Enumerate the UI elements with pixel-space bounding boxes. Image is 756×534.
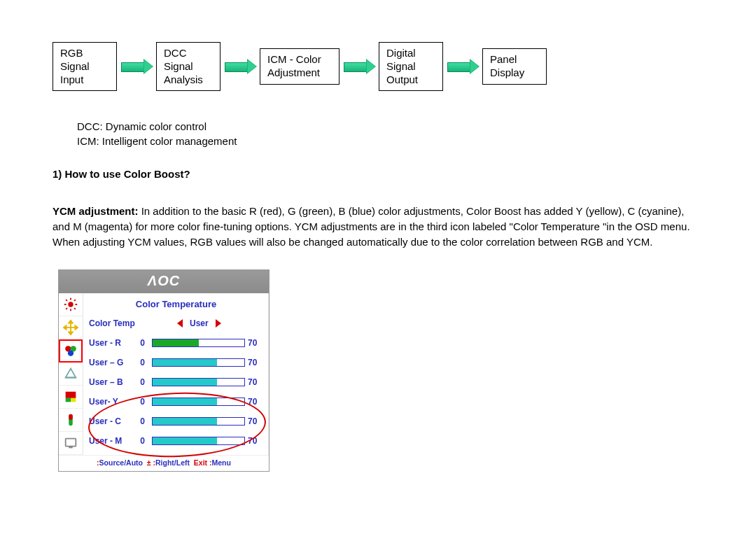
- slider-max: 70: [248, 416, 263, 426]
- svg-marker-14: [75, 325, 78, 330]
- slider-min: 0: [135, 416, 145, 426]
- footer-key: ± :: [147, 458, 155, 467]
- brightness-icon[interactable]: [59, 293, 83, 316]
- footer-val: Source/Auto: [99, 458, 143, 467]
- note-dcc: DCC: Dynamic color control: [77, 119, 704, 134]
- svg-rect-23: [66, 438, 76, 446]
- slider-track[interactable]: [152, 437, 245, 445]
- acronym-notes: DCC: Dynamic color control ICM: Intellig…: [77, 119, 704, 148]
- arrow-icon: [342, 59, 376, 74]
- svg-line-8: [74, 300, 76, 301]
- arrow-icon: [446, 59, 479, 74]
- left-arrow-icon[interactable]: [177, 319, 183, 328]
- flow-box-label: RGBSignalInput: [60, 47, 90, 85]
- svg-marker-12: [69, 332, 73, 335]
- footer-val: Menu: [212, 458, 231, 467]
- signal-flow-diagram: RGBSignalInput DCCSignalAnalysis ICM - C…: [52, 42, 704, 91]
- svg-rect-19: [66, 398, 71, 402]
- osd-slider-row[interactable]: User – B070: [89, 372, 263, 392]
- osd-slider-row[interactable]: User- Y070: [89, 392, 263, 412]
- osd-footer: :Source/Auto ± :Right/Left Exit :Menu: [59, 455, 269, 471]
- footer-val: Right/Left: [155, 458, 190, 467]
- slider-label: User - M: [89, 436, 135, 446]
- picture-boost-icon[interactable]: [59, 386, 83, 409]
- arrow-icon: [120, 59, 153, 74]
- para-lead: YCM adjustment:: [52, 205, 139, 217]
- svg-marker-13: [64, 325, 66, 330]
- slider-track[interactable]: [152, 417, 245, 426]
- arrow-icon: [223, 59, 257, 74]
- para-body: In addition to the basic R (red), G (gre…: [52, 205, 690, 248]
- osd-panel: ΛOC: [58, 269, 270, 472]
- color-boost-icon[interactable]: [59, 363, 83, 386]
- slider-track[interactable]: [152, 398, 245, 406]
- osd-slider-row[interactable]: User - M070: [89, 431, 263, 451]
- slider-min: 0: [135, 377, 145, 387]
- slider-track[interactable]: [152, 339, 245, 347]
- note-icm: ICM: Intelligent color management: [77, 134, 704, 148]
- osd-slider-row[interactable]: User - C070: [89, 412, 263, 431]
- slider-label: User - C: [89, 416, 135, 426]
- slider-track[interactable]: [152, 358, 245, 367]
- svg-line-6: [74, 308, 76, 309]
- svg-line-7: [66, 308, 67, 309]
- svg-point-17: [68, 350, 74, 356]
- osd-mode-row[interactable]: Color Temp User: [89, 314, 263, 333]
- osd-mode-label: Color Temp: [89, 318, 135, 328]
- svg-line-5: [66, 300, 67, 301]
- flow-box-label: PanelDisplay: [490, 53, 524, 78]
- flow-box-label: ICM - ColorAdjustment: [267, 53, 321, 78]
- slider-label: User – B: [89, 377, 135, 387]
- slider-min: 0: [135, 436, 145, 446]
- osd-mode-value: User: [190, 318, 209, 328]
- flow-box-icm: ICM - ColorAdjustment: [260, 48, 340, 85]
- footer-key: Exit :: [194, 458, 212, 467]
- slider-track[interactable]: [152, 378, 245, 386]
- osd-slider-row[interactable]: User – G070: [89, 353, 263, 372]
- svg-rect-22: [69, 414, 73, 419]
- slider-min: 0: [135, 338, 145, 348]
- slider-max: 70: [248, 338, 263, 348]
- slider-min: 0: [135, 358, 145, 367]
- flow-box-label: DigitalSignalOutput: [386, 47, 418, 85]
- slider-max: 70: [248, 436, 263, 446]
- slider-max: 70: [248, 377, 263, 387]
- slider-max: 70: [248, 358, 263, 367]
- svg-point-0: [68, 302, 73, 307]
- flow-box-rgb-input: RGBSignalInput: [52, 42, 117, 91]
- flow-box-dcc: DCCSignalAnalysis: [156, 42, 220, 91]
- svg-rect-24: [69, 446, 73, 448]
- osd-brand: ΛOC: [59, 270, 269, 293]
- slider-label: User- Y: [89, 397, 135, 407]
- section-heading: 1) How to use Color Boost?: [52, 168, 704, 180]
- osd-icon-column: [59, 293, 83, 455]
- slider-max: 70: [248, 397, 263, 407]
- slider-label: User - R: [89, 338, 135, 348]
- svg-rect-20: [71, 398, 76, 402]
- svg-marker-11: [69, 320, 73, 323]
- osd-subtitle: Color Temperature: [89, 297, 263, 314]
- osd-slider-row[interactable]: User - R070: [89, 333, 263, 353]
- right-arrow-icon[interactable]: [216, 319, 221, 328]
- ycm-paragraph: YCM adjustment: In addition to the basic…: [52, 204, 704, 249]
- slider-min: 0: [135, 397, 145, 407]
- flow-box-digital-output: DigitalSignalOutput: [379, 42, 443, 91]
- flow-box-panel-display: PanelDisplay: [482, 48, 547, 85]
- extra-icon[interactable]: [59, 432, 83, 455]
- color-temp-icon[interactable]: [59, 339, 83, 363]
- slider-label: User – G: [89, 358, 135, 367]
- flow-box-label: DCCSignalAnalysis: [164, 47, 203, 85]
- setup-icon[interactable]: [59, 409, 83, 432]
- svg-rect-18: [66, 391, 76, 398]
- position-icon[interactable]: [59, 316, 83, 339]
